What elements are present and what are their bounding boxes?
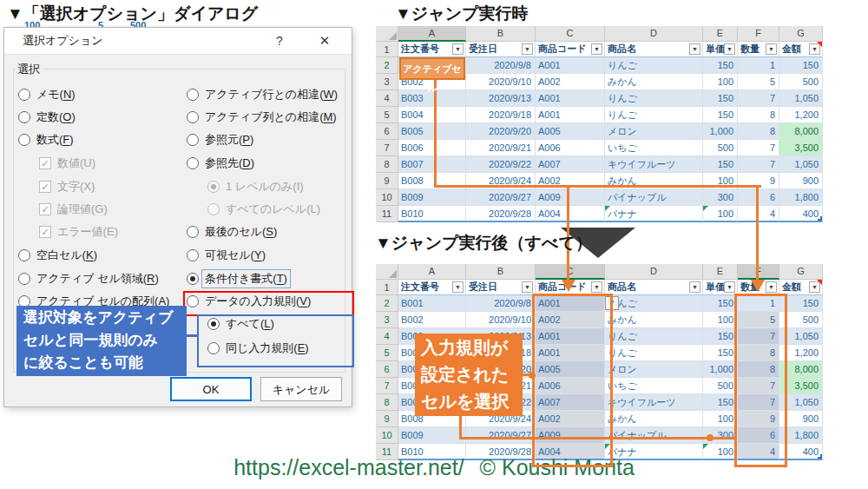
cell-D5[interactable]: りんご [605,345,703,361]
cell-D4[interactable]: りんご [605,90,703,107]
cell-G2[interactable]: 150 [779,57,823,74]
cell-D9[interactable]: みかん [605,411,703,427]
table-header-3[interactable]: 商品コード▼ [536,42,605,57]
cell-D3[interactable]: みかん [605,312,703,328]
cell-D10[interactable]: パイナップル [605,427,703,444]
cell-E3[interactable]: 100 [703,74,738,90]
cell-A7[interactable]: B006 [398,140,466,156]
cell-A8[interactable]: B007 [398,156,466,173]
cell-B3[interactable]: 2020/9/10 [466,74,536,90]
dialog-option-radio-F-2[interactable]: 数式(F) [18,130,74,149]
dialog-option-radio-Y-7[interactable]: 可視セル(Y) [187,246,266,265]
dialog-option-radio-P-2[interactable]: 参照元(P) [187,130,253,149]
row-number-9[interactable]: 9 [376,173,398,189]
dialog-option-radio-S-6[interactable]: 最後のセル(S) [187,222,277,241]
help-icon[interactable]: ? [268,28,291,54]
column-header-C[interactable]: C [536,264,605,280]
filter-icon[interactable]: ▼ [591,43,602,55]
cell-C4[interactable]: A001 [536,90,605,107]
row-number-11[interactable]: 11 [376,206,398,222]
dialog-option-radio-D-3[interactable]: 参照先(D) [187,154,254,173]
cell-E6[interactable]: 1,000 [703,123,738,140]
cell-C8[interactable]: A007 [536,156,605,173]
cell-D2[interactable]: りんご [605,57,703,74]
cell-E6[interactable]: 1,000 [703,361,738,378]
row-number-3[interactable]: 3 [376,74,398,90]
cell-E4[interactable]: 150 [703,328,738,345]
cell-F10[interactable]: 6 [738,189,779,206]
row-number-2[interactable]: 2 [376,57,398,74]
cell-E8[interactable]: 150 [703,156,738,173]
cell-D5[interactable]: りんご [605,107,703,123]
column-header-E[interactable]: E [703,26,738,42]
cell-E2[interactable]: 150 [703,57,738,74]
cell-D4[interactable]: りんご [605,328,703,345]
table-header-2[interactable]: 受注日▼ [466,42,536,57]
filter-icon[interactable]: ▼ [724,281,735,293]
table-header-4[interactable]: 商品名▼ [605,280,703,295]
row-number-3[interactable]: 3 [376,312,398,328]
radio-icon[interactable] [187,249,199,261]
cell-B3[interactable]: 2020/9/10 [466,312,536,328]
cell-F6[interactable]: 8 [738,123,779,140]
radio-icon[interactable] [187,89,199,101]
cell-D6[interactable]: メロン [605,361,703,378]
cell-D3[interactable]: みかん [605,74,703,90]
column-header-C[interactable]: C [536,26,605,42]
row-number-8[interactable]: 8 [376,156,398,173]
cell-G4[interactable]: 1,050 [779,90,823,107]
column-header-G[interactable]: G [779,264,823,280]
close-icon[interactable]: ✕ [313,28,336,54]
row-number-4[interactable]: 4 [376,328,398,345]
table-resize-handle[interactable] [818,216,822,221]
table-header-5[interactable]: 単価▼ [703,280,738,295]
cell-E7[interactable]: 500 [703,140,738,156]
column-header-D[interactable]: D [605,26,703,42]
column-header-B[interactable]: B [466,26,536,42]
cell-B6[interactable]: 2020/9/20 [466,123,536,140]
filter-icon[interactable]: ▼ [522,43,533,55]
cell-E3[interactable]: 100 [703,312,738,328]
table-header-2[interactable]: 受注日▼ [466,280,536,295]
cell-D7[interactable]: いちご [605,378,703,394]
column-header-B[interactable]: B [466,264,536,280]
radio-icon[interactable] [187,226,199,238]
cell-E10[interactable]: 300 [703,189,738,206]
filter-icon[interactable]: ▼ [689,43,700,55]
cell-B2[interactable]: 2020/9/8 [466,295,536,312]
cell-D7[interactable]: いちご [605,140,703,156]
row-number-9[interactable]: 9 [376,411,398,427]
filter-icon[interactable]: ▼ [689,281,700,293]
dialog-option-radio-R-8[interactable]: アクティブ セル領域(R) [18,269,159,288]
row-number-4[interactable]: 4 [376,90,398,107]
dialog-option-radio-K-7[interactable]: 空白セル(K) [18,246,97,265]
radio-icon[interactable] [18,111,30,123]
dialog-option-radio-M-1[interactable]: アクティブ列との相違(M) [187,108,337,127]
cell-G5[interactable]: 1,200 [779,107,823,123]
radio-icon[interactable] [187,134,199,146]
radio-icon[interactable] [18,134,30,146]
row-number-7[interactable]: 7 [376,140,398,156]
column-header-F[interactable]: F [738,26,779,42]
cell-B11[interactable]: 2020/9/28 [466,206,536,222]
row-number-8[interactable]: 8 [376,394,398,411]
filter-icon[interactable]: ▼ [766,281,777,293]
dialog-option-radio-W-0[interactable]: アクティブ行との相違(W) [187,85,338,104]
cell-E5[interactable]: 150 [703,107,738,123]
row-number-10[interactable]: 10 [376,189,398,206]
cell-E8[interactable]: 150 [703,394,738,411]
cell-E2[interactable]: 150 [703,295,738,312]
cell-D11[interactable]: バナナ [605,206,703,222]
column-header-D[interactable]: D [605,264,703,280]
cell-G10[interactable]: 1,800 [779,189,823,206]
cell-G3[interactable]: 500 [779,74,823,90]
cancel-button[interactable]: キャンセル [260,377,342,401]
ok-button[interactable]: OK [170,377,252,401]
table-header-4[interactable]: 商品名▼ [605,42,703,57]
row-number-5[interactable]: 5 [376,107,398,123]
table-header-1[interactable]: 注文番号▼ [398,280,466,295]
cell-C6[interactable]: A005 [536,123,605,140]
cell-G9[interactable]: 900 [779,173,823,189]
cell-C7[interactable]: A006 [536,140,605,156]
filter-icon[interactable]: ▼ [766,43,777,55]
